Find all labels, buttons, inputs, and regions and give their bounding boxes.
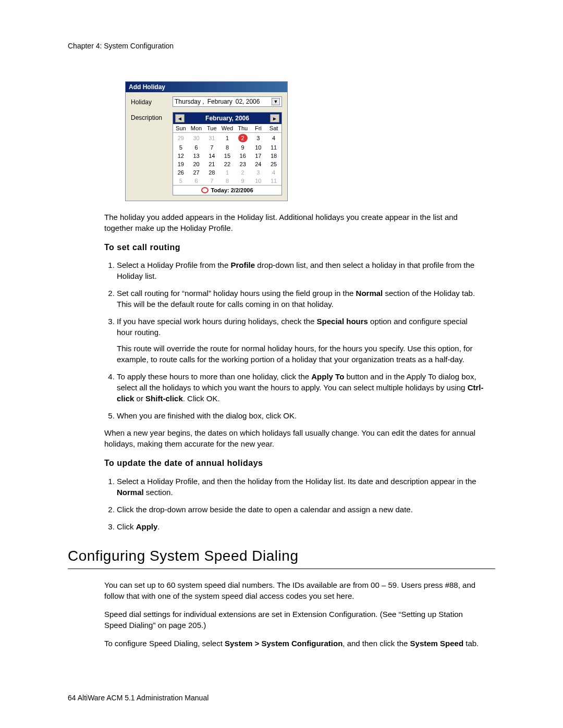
holiday-label: Holiday — [131, 96, 173, 106]
calendar-day[interactable]: 15 — [219, 152, 235, 160]
calendar-day[interactable]: 28 — [204, 168, 219, 177]
calendar-day[interactable]: 5 — [173, 143, 189, 152]
date-dropdown-arrow[interactable]: ▼ — [272, 98, 280, 105]
step-item: Click Apply. — [117, 521, 485, 532]
calendar-day[interactable]: 18 — [266, 152, 282, 160]
calendar-day[interactable]: 16 — [235, 152, 251, 160]
today-indicator-icon — [201, 187, 209, 193]
chapter-header: Chapter 4: System Configuration — [68, 42, 495, 50]
calendar-day[interactable]: 9 — [235, 177, 251, 185]
calendar-today-label: Today: 2/2/2006 — [211, 187, 253, 193]
calendar-day[interactable]: 2 — [235, 133, 251, 144]
calendar-dow-cell: Thu — [235, 124, 251, 133]
calendar-dow-cell: Wed — [219, 124, 235, 133]
calendar-dow-cell: Sat — [266, 124, 282, 133]
paragraph: Speed dial settings for individual exten… — [104, 609, 485, 631]
step-item: If you have special work hours during ho… — [117, 316, 485, 365]
calendar-day[interactable]: 6 — [189, 143, 204, 152]
date-month: February — [207, 98, 232, 105]
calendar-day[interactable]: 27 — [189, 168, 204, 177]
calendar-day[interactable]: 19 — [173, 160, 189, 168]
calendar-day[interactable]: 24 — [251, 160, 266, 168]
calendar-day[interactable]: 7 — [204, 143, 219, 152]
calendar-prev-button[interactable]: ◄ — [175, 114, 185, 122]
page-number: 64 — [68, 694, 76, 702]
calendar-week-row: 567891011 — [173, 143, 282, 152]
section-rule — [68, 569, 495, 569]
calendar-day[interactable]: 9 — [235, 143, 251, 152]
calendar-day[interactable]: 10 — [251, 177, 266, 185]
holiday-date-field[interactable]: Thursday , February 02, 2006 ▼ — [173, 96, 282, 107]
footer-text: AltiWare ACM 5.1 Administration Manual — [76, 694, 209, 702]
date-daynyear: 02, 2006 — [236, 98, 260, 105]
calendar-day[interactable]: 6 — [189, 177, 204, 185]
calendar-day[interactable]: 21 — [204, 160, 219, 168]
calendar-day[interactable]: 29 — [173, 133, 189, 144]
calendar-week-row: 19202122232425 — [173, 160, 282, 168]
calendar-day[interactable]: 7 — [204, 177, 219, 185]
calendar-next-button[interactable]: ► — [270, 114, 279, 122]
calendar-day[interactable]: 4 — [266, 133, 282, 144]
calendar-week-row: 2930311234 — [173, 133, 282, 144]
subheading: To set call routing — [104, 242, 485, 253]
paragraph: You can set up to 60 system speed dial n… — [104, 579, 485, 601]
subheading: To update the date of annual holidays — [104, 458, 485, 469]
calendar-day[interactable]: 1 — [219, 168, 235, 177]
calendar-week-row: 12131415161718 — [173, 152, 282, 160]
calendar-day[interactable]: 20 — [189, 160, 204, 168]
calendar-day[interactable]: 5 — [173, 177, 189, 185]
paragraph: To configure Speed Dialing, select Syste… — [104, 638, 485, 649]
calendar-today-button[interactable]: Today: 2/2/2006 — [173, 185, 282, 195]
calendar-day[interactable]: 14 — [204, 152, 219, 160]
step-item: When you are finished with the dialog bo… — [117, 410, 485, 421]
calendar-dow-cell: Tue — [204, 124, 219, 133]
calendar-day[interactable]: 31 — [204, 133, 219, 144]
calendar-dow-cell: Fri — [251, 124, 266, 133]
calendar-week-row: 2627281234 — [173, 168, 282, 177]
calendar-popup: ◄ February, 2006 ► SunMonTueWedThuFriSat… — [173, 112, 282, 195]
section-heading: Configuring System Speed Dialing — [68, 548, 495, 564]
calendar-day[interactable]: 2 — [235, 168, 251, 177]
step-item: Select a Holiday Profile, and then the h… — [117, 476, 485, 498]
dialog-titlebar: Add Holiday — [126, 82, 287, 92]
paragraph: When a new year begins, the dates on whi… — [104, 427, 485, 449]
step-item: Click the drop-down arrow beside the dat… — [117, 504, 485, 515]
calendar-day[interactable]: 3 — [251, 168, 266, 177]
calendar-day[interactable]: 11 — [266, 143, 282, 152]
calendar-day[interactable]: 23 — [235, 160, 251, 168]
calendar-day[interactable]: 4 — [266, 168, 282, 177]
step-item: To apply these hours to more than one ho… — [117, 371, 485, 404]
description-label: Description — [131, 112, 173, 121]
calendar-day[interactable]: 8 — [219, 143, 235, 152]
step-item: Select a Holiday Profile from the Profil… — [117, 260, 485, 281]
page-footer: 64 AltiWare ACM 5.1 Administration Manua… — [68, 694, 209, 702]
step-item: Set call routing for “normal” holiday ho… — [117, 288, 485, 310]
calendar-day[interactable]: 13 — [189, 152, 204, 160]
add-holiday-dialog: Add Holiday Holiday Thursday , February … — [125, 81, 288, 201]
date-weekday: Thursday , — [175, 98, 204, 105]
calendar-day[interactable]: 10 — [251, 143, 266, 152]
calendar-day[interactable]: 17 — [251, 152, 266, 160]
step-subtext: This route will override the route for n… — [117, 343, 485, 365]
calendar-day[interactable]: 30 — [189, 133, 204, 144]
calendar-day[interactable]: 26 — [173, 168, 189, 177]
calendar-day[interactable]: 1 — [219, 133, 235, 144]
calendar-dow-cell: Mon — [189, 124, 204, 133]
calendar-day[interactable]: 25 — [266, 160, 282, 168]
calendar-day[interactable]: 3 — [251, 133, 266, 144]
calendar-week-row: 567891011 — [173, 177, 282, 185]
calendar-day[interactable]: 8 — [219, 177, 235, 185]
calendar-dow-row: SunMonTueWedThuFriSat — [173, 124, 282, 133]
calendar-month-year: February, 2006 — [185, 115, 270, 122]
calendar-dow-cell: Sun — [173, 124, 189, 133]
calendar-day[interactable]: 12 — [173, 152, 189, 160]
calendar-day[interactable]: 11 — [266, 177, 282, 185]
calendar-day[interactable]: 22 — [219, 160, 235, 168]
paragraph: The holiday you added appears in the Hol… — [104, 212, 485, 233]
